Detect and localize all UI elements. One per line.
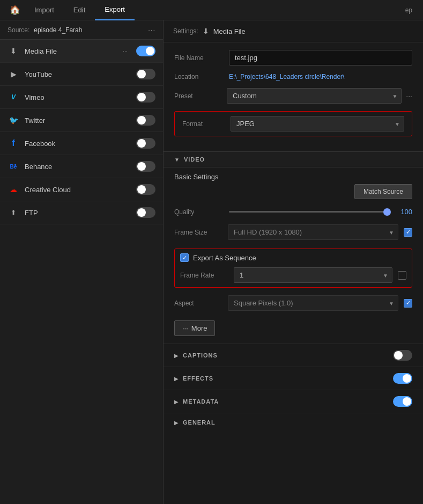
behance-toggle[interactable] bbox=[136, 161, 155, 172]
tab-import[interactable]: Import bbox=[25, 0, 64, 20]
more-dots-icon: ··· bbox=[182, 324, 188, 332]
source-options-button[interactable]: ··· bbox=[148, 26, 155, 34]
settings-title: Media File bbox=[213, 27, 246, 35]
youtube-icon: ▶ bbox=[8, 68, 19, 80]
sidebar-item-creative-cloud[interactable]: ☁ Creative Cloud bbox=[0, 178, 163, 201]
frame-rate-checkbox[interactable] bbox=[398, 271, 406, 280]
video-section-header[interactable]: ▼ VIDEO bbox=[164, 151, 423, 167]
frame-rate-label: Frame Rate bbox=[180, 272, 228, 279]
facebook-icon: f bbox=[8, 137, 19, 149]
video-section-title: VIDEO bbox=[184, 156, 205, 163]
preset-options-button[interactable]: ··· bbox=[406, 92, 412, 100]
sidebar-item-twitter[interactable]: 🐦 Twitter bbox=[0, 109, 163, 132]
source-value: episode 4_Farah bbox=[34, 26, 82, 34]
format-label: Format bbox=[182, 120, 224, 128]
effects-section[interactable]: ▶ EFFECTS bbox=[164, 367, 423, 390]
creative-cloud-icon: ☁ bbox=[8, 184, 19, 195]
tab-edit[interactable]: Edit bbox=[64, 0, 95, 20]
location-label: Location bbox=[174, 73, 222, 81]
facebook-toggle[interactable] bbox=[136, 138, 155, 149]
media-file-toggle[interactable] bbox=[136, 46, 155, 56]
preset-row: Preset Custom Match Source - High bitrat… bbox=[174, 88, 412, 104]
aspect-checkbox[interactable] bbox=[404, 299, 412, 308]
creative-cloud-toggle[interactable] bbox=[136, 184, 155, 195]
sidebar: Source: episode 4_Farah ··· ⬇ Media File… bbox=[0, 20, 164, 504]
file-name-label: File Name bbox=[174, 54, 222, 62]
aspect-select[interactable]: Square Pixels (1.0) D1/DV NTSC (0.9091) bbox=[228, 295, 398, 311]
match-source-row: Match Source bbox=[164, 184, 423, 204]
export-sequence-checkbox[interactable] bbox=[180, 253, 189, 262]
right-panel: Settings: ⬇ Media File File Name Locatio… bbox=[164, 20, 423, 504]
effects-toggle[interactable] bbox=[393, 373, 412, 384]
sidebar-item-behance[interactable]: Bē Behance bbox=[0, 155, 163, 178]
general-section[interactable]: ▶ GENERAL bbox=[164, 413, 423, 432]
settings-section: File Name Location E:\_Projects\648_Lead… bbox=[164, 42, 423, 151]
preset-label: Preset bbox=[174, 92, 222, 100]
sidebar-item-label: Behance bbox=[25, 163, 131, 171]
media-file-options[interactable]: ··· bbox=[123, 48, 128, 54]
twitter-toggle[interactable] bbox=[136, 115, 155, 126]
captions-chevron-icon: ▶ bbox=[174, 353, 179, 359]
frame-rate-row: Frame Rate 1 23.976 25 29.97 30 60 ▼ bbox=[180, 267, 406, 283]
captions-section[interactable]: ▶ CAPTIONS bbox=[164, 344, 423, 367]
effects-title: EFFECTS bbox=[183, 375, 389, 382]
sidebar-item-facebook[interactable]: f Facebook bbox=[0, 132, 163, 155]
sidebar-item-media-file[interactable]: ⬇ Media File ··· bbox=[0, 40, 163, 63]
sidebar-item-label: YouTube bbox=[25, 70, 131, 78]
tab-export[interactable]: Export bbox=[95, 0, 135, 20]
export-sequence-box: Export As Sequence Frame Rate 1 23.976 2… bbox=[174, 249, 412, 288]
vimeo-toggle[interactable] bbox=[136, 92, 155, 103]
sidebar-item-label: Creative Cloud bbox=[25, 186, 131, 194]
metadata-toggle[interactable] bbox=[393, 396, 412, 407]
metadata-section[interactable]: ▶ METADATA bbox=[164, 390, 423, 413]
preset-select[interactable]: Custom Match Source - High bitrate YouTu… bbox=[227, 88, 402, 104]
frame-size-select[interactable]: Full HD (1920 x 1080) HD (1280 x 720) Cu… bbox=[228, 224, 398, 240]
metadata-title: METADATA bbox=[183, 398, 389, 405]
quality-value: 100 bbox=[397, 208, 412, 216]
frame-rate-select[interactable]: 1 23.976 25 29.97 30 60 bbox=[234, 267, 392, 283]
ftp-toggle[interactable] bbox=[136, 207, 155, 218]
general-chevron-icon: ▶ bbox=[174, 420, 179, 426]
settings-icon: ⬇ bbox=[203, 27, 209, 35]
panel-header: Settings: ⬇ Media File bbox=[164, 20, 423, 42]
sidebar-item-youtube[interactable]: ▶ YouTube bbox=[0, 63, 163, 86]
quality-slider[interactable] bbox=[229, 211, 391, 213]
youtube-toggle[interactable] bbox=[136, 69, 155, 79]
more-label: More bbox=[191, 324, 207, 332]
twitter-icon: 🐦 bbox=[8, 114, 19, 126]
source-bar: Source: episode 4_Farah ··· bbox=[0, 20, 163, 40]
format-box: Format JPEG H.264 PNG TIFF BMP ▼ bbox=[174, 111, 412, 136]
ftp-icon: ⬆ bbox=[8, 207, 19, 218]
metadata-chevron-icon: ▶ bbox=[174, 399, 179, 405]
match-source-button[interactable]: Match Source bbox=[354, 184, 412, 199]
settings-label: Settings: bbox=[173, 27, 198, 35]
file-name-input[interactable] bbox=[229, 50, 412, 65]
home-button[interactable]: 🏠 bbox=[5, 0, 25, 20]
location-link[interactable]: E:\_Projects\648_Leaders circle\Render\ bbox=[229, 73, 412, 81]
general-title: GENERAL bbox=[183, 419, 412, 426]
sidebar-item-label: FTP bbox=[25, 209, 131, 217]
frame-size-label: Frame Size bbox=[174, 229, 222, 236]
location-row: Location E:\_Projects\648_Leaders circle… bbox=[174, 73, 412, 81]
more-button[interactable]: ··· More bbox=[174, 320, 215, 336]
sidebar-item-label: Media File bbox=[25, 47, 117, 55]
behance-icon: Bē bbox=[8, 160, 19, 172]
main-layout: Source: episode 4_Farah ··· ⬇ Media File… bbox=[0, 20, 423, 504]
format-select[interactable]: JPEG H.264 PNG TIFF BMP bbox=[231, 116, 404, 132]
aspect-label: Aspect bbox=[174, 300, 222, 307]
captions-toggle[interactable] bbox=[393, 350, 412, 361]
nav-right-text: ep bbox=[405, 6, 418, 14]
file-name-row: File Name bbox=[174, 50, 412, 65]
export-seq-row: Export As Sequence bbox=[180, 253, 406, 262]
frame-size-checkbox[interactable] bbox=[404, 228, 412, 237]
frame-size-select-wrapper: Full HD (1920 x 1080) HD (1280 x 720) Cu… bbox=[228, 224, 398, 240]
basic-settings-label: Basic Settings bbox=[164, 167, 423, 184]
sidebar-item-ftp[interactable]: ⬆ FTP bbox=[0, 201, 163, 224]
aspect-select-wrapper: Square Pixels (1.0) D1/DV NTSC (0.9091) … bbox=[228, 295, 398, 311]
sidebar-item-label: Twitter bbox=[25, 116, 131, 125]
sidebar-item-vimeo[interactable]: V Vimeo bbox=[0, 86, 163, 109]
export-sequence-label: Export As Sequence bbox=[193, 254, 256, 262]
vimeo-icon: V bbox=[8, 91, 19, 103]
format-select-wrapper: JPEG H.264 PNG TIFF BMP ▼ bbox=[231, 116, 404, 132]
video-chevron-icon: ▼ bbox=[174, 157, 180, 163]
